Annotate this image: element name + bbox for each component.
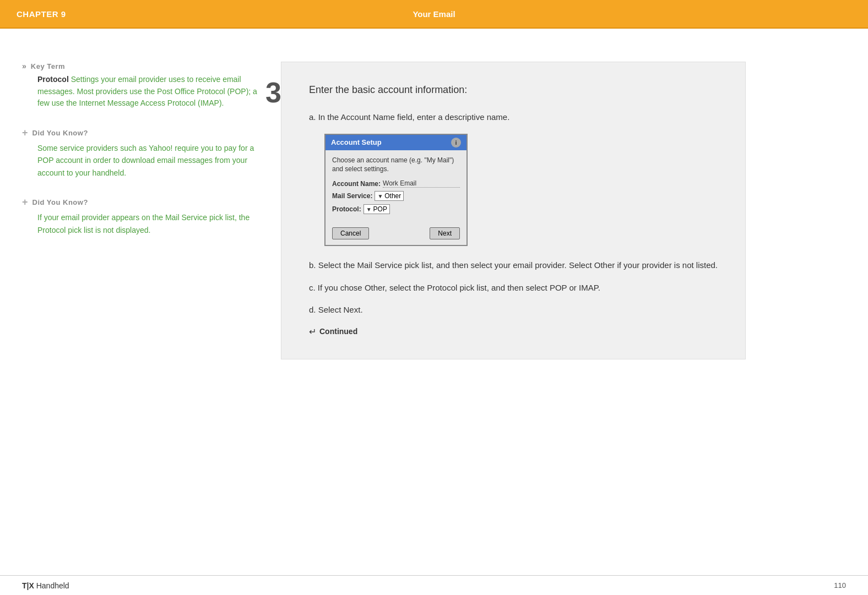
sub-step-b: b. Select the Mail Service pick list, an… bbox=[309, 259, 718, 272]
did-you-know-1-section: + Did You Know? Some service providers s… bbox=[22, 127, 264, 179]
key-term-green: Settings your email provider uses to rec… bbox=[37, 75, 257, 107]
account-setup-titlebar: Account Setup i bbox=[326, 135, 466, 150]
chapter-label: CHAPTER 9 bbox=[17, 9, 66, 19]
mail-service-select[interactable]: ▼ Other bbox=[375, 191, 404, 201]
account-name-field: Account Name: Work Email bbox=[332, 179, 460, 188]
protocol-value: POP bbox=[373, 205, 387, 213]
select-arrow-2: ▼ bbox=[366, 206, 372, 212]
account-setup-desc: Choose an account name (e.g. "My Mail") … bbox=[332, 156, 460, 174]
sub-step-a: a. In the Account Name field, enter a de… bbox=[309, 111, 718, 124]
did-you-know-2-section: + Did You Know? If your email provider a… bbox=[22, 196, 264, 236]
next-button[interactable]: Next bbox=[430, 227, 460, 239]
did-you-know-2-text: If your email provider appears on the Ma… bbox=[22, 211, 264, 236]
sidebar: » Key Term Protocol Settings your email … bbox=[22, 62, 264, 564]
key-term-header: » Key Term bbox=[22, 62, 264, 70]
mail-service-field: Mail Service: ▼ Other bbox=[332, 191, 460, 201]
sub-step-c: c. If you chose Other, select the Protoc… bbox=[309, 282, 718, 294]
page-header: CHAPTER 9 Your Email bbox=[0, 0, 868, 29]
key-term-bold: Protocol bbox=[37, 75, 69, 84]
did-you-know-1-header: + Did You Know? bbox=[22, 127, 264, 139]
sub-step-d: d. Select Next. bbox=[309, 304, 718, 316]
did-you-know-1-label: Did You Know? bbox=[32, 129, 88, 137]
plus-icon-2: + bbox=[22, 196, 28, 208]
did-you-know-2-label: Did You Know? bbox=[32, 198, 88, 206]
step-number: 3 bbox=[265, 78, 281, 107]
protocol-select[interactable]: ▼ POP bbox=[364, 204, 390, 214]
account-setup-buttons: Cancel Next bbox=[326, 223, 466, 245]
mail-service-label: Mail Service: bbox=[332, 192, 372, 200]
continued-arrow-icon: ↵ bbox=[309, 326, 316, 337]
protocol-label: Protocol: bbox=[332, 205, 361, 213]
step-intro: Enter the basic account information: bbox=[309, 84, 718, 96]
plus-icon-1: + bbox=[22, 127, 28, 139]
account-name-value: Work Email bbox=[383, 179, 460, 188]
brand-bold: T|X bbox=[22, 581, 34, 590]
key-term-section: » Key Term Protocol Settings your email … bbox=[22, 62, 264, 110]
brand-text: Handheld bbox=[36, 581, 69, 590]
account-name-label: Account Name: bbox=[332, 180, 381, 188]
protocol-field: Protocol: ▼ POP bbox=[332, 204, 460, 214]
main-content: » Key Term Protocol Settings your email … bbox=[0, 29, 868, 575]
mail-service-value: Other bbox=[384, 192, 401, 200]
select-arrow-1: ▼ bbox=[377, 193, 383, 199]
page-number: 110 bbox=[834, 581, 846, 589]
info-icon: i bbox=[451, 138, 461, 148]
did-you-know-2-header: + Did You Know? bbox=[22, 196, 264, 208]
cancel-button[interactable]: Cancel bbox=[332, 227, 369, 239]
footer-brand: T|X Handheld bbox=[22, 581, 69, 590]
arrow-icon: » bbox=[22, 62, 26, 70]
content-wrapper: 3 Enter the basic account information: a… bbox=[281, 62, 746, 564]
chapter-title: Your Email bbox=[413, 9, 455, 19]
key-term-label: Key Term bbox=[31, 62, 65, 70]
account-setup-widget: Account Setup i Choose an account name (… bbox=[324, 134, 468, 247]
footer: T|X Handheld 110 bbox=[0, 575, 868, 595]
continued-label: Continued bbox=[319, 327, 357, 336]
key-term-text: Protocol Settings your email provider us… bbox=[22, 74, 264, 110]
widget-title: Account Setup bbox=[331, 138, 382, 146]
did-you-know-1-text: Some service providers such as Yahoo! re… bbox=[22, 142, 264, 179]
continued-section: ↵ Continued bbox=[309, 326, 718, 337]
account-setup-body: Choose an account name (e.g. "My Mail") … bbox=[326, 150, 466, 223]
content-area: Enter the basic account information: a. … bbox=[281, 62, 746, 359]
